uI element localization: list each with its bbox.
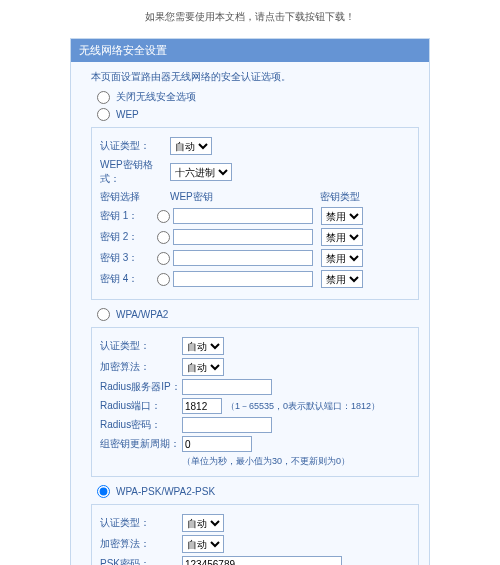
wep-key3-label: 密钥 3： bbox=[100, 251, 155, 265]
wep-key3-input[interactable] bbox=[173, 250, 313, 266]
wep-key1-input[interactable] bbox=[173, 208, 313, 224]
wireless-security-panel: 无线网络安全设置 本页面设置路由器无线网络的安全认证选项。 关闭无线安全选项 W… bbox=[70, 38, 430, 565]
psk-pw-label: PSK密码： bbox=[100, 557, 182, 565]
wep-col-select: 密钥选择 bbox=[100, 190, 170, 204]
wep-auth-select[interactable]: 自动 bbox=[170, 137, 212, 155]
wpa-auth-select[interactable]: 自动 bbox=[182, 337, 224, 355]
wep-key3-radio[interactable] bbox=[157, 252, 170, 265]
wpa-enc-select[interactable]: 自动 bbox=[182, 358, 224, 376]
radio-wep-label: WEP bbox=[116, 109, 139, 120]
wep-format-select[interactable]: 十六进制 bbox=[170, 163, 232, 181]
wep-auth-label: 认证类型： bbox=[100, 139, 170, 153]
wep-key4-label: 密钥 4： bbox=[100, 272, 155, 286]
wep-format-label: WEP密钥格式： bbox=[100, 158, 170, 186]
wep-key4-radio[interactable] bbox=[157, 273, 170, 286]
wpa-renew-hint: （单位为秒，最小值为30，不更新则为0） bbox=[182, 455, 410, 468]
wep-key4-type[interactable]: 禁用 bbox=[321, 270, 363, 288]
wep-key4-input[interactable] bbox=[173, 271, 313, 287]
download-note: 如果您需要使用本文档，请点击下载按钮下载！ bbox=[0, 0, 500, 38]
wep-key1-type[interactable]: 禁用 bbox=[321, 207, 363, 225]
wpa-section: 认证类型： 自动 加密算法： 自动 Radius服务器IP： Radius端口：… bbox=[91, 327, 419, 477]
radio-wep[interactable] bbox=[97, 108, 110, 121]
radio-close-security[interactable] bbox=[97, 91, 110, 104]
wep-key1-label: 密钥 1： bbox=[100, 209, 155, 223]
radius-pw-label: Radius密码： bbox=[100, 418, 182, 432]
radio-wpa-label: WPA/WPA2 bbox=[116, 309, 168, 320]
panel-title: 无线网络安全设置 bbox=[71, 39, 429, 62]
psk-auth-label: 认证类型： bbox=[100, 516, 182, 530]
psk-enc-label: 加密算法： bbox=[100, 537, 182, 551]
radio-wpa-psk[interactable] bbox=[97, 485, 110, 498]
psk-auth-select[interactable]: 自动 bbox=[182, 514, 224, 532]
wep-key3-type[interactable]: 禁用 bbox=[321, 249, 363, 267]
wep-section: 认证类型： 自动 WEP密钥格式： 十六进制 密钥选择 WEP密钥 密钥类型 密… bbox=[91, 127, 419, 300]
wpa-auth-label: 认证类型： bbox=[100, 339, 182, 353]
wep-key2-label: 密钥 2： bbox=[100, 230, 155, 244]
wep-key1-radio[interactable] bbox=[157, 210, 170, 223]
radius-port-input[interactable] bbox=[182, 398, 222, 414]
radio-close-label: 关闭无线安全选项 bbox=[116, 90, 196, 104]
intro-text: 本页面设置路由器无线网络的安全认证选项。 bbox=[91, 70, 419, 84]
wep-key2-radio[interactable] bbox=[157, 231, 170, 244]
wep-col-password: WEP密钥 bbox=[170, 190, 320, 204]
psk-pw-input[interactable] bbox=[182, 556, 342, 565]
wep-key2-type[interactable]: 禁用 bbox=[321, 228, 363, 246]
wpa-renew-label: 组密钥更新周期： bbox=[100, 437, 182, 451]
radius-ip-label: Radius服务器IP： bbox=[100, 380, 182, 394]
wep-col-type: 密钥类型 bbox=[320, 190, 380, 204]
radius-ip-input[interactable] bbox=[182, 379, 272, 395]
radius-port-hint: （1－65535，0表示默认端口：1812） bbox=[226, 400, 380, 413]
radius-port-label: Radius端口： bbox=[100, 399, 182, 413]
radio-wpa[interactable] bbox=[97, 308, 110, 321]
wep-key2-input[interactable] bbox=[173, 229, 313, 245]
wpa-renew-input[interactable] bbox=[182, 436, 252, 452]
radio-wpa-psk-label: WPA-PSK/WPA2-PSK bbox=[116, 486, 215, 497]
psk-section: 认证类型： 自动 加密算法： 自动 PSK密码： （64个十六进制字符或8-63… bbox=[91, 504, 419, 565]
panel-body: 本页面设置路由器无线网络的安全认证选项。 关闭无线安全选项 WEP 认证类型： … bbox=[71, 62, 429, 565]
radius-pw-input[interactable] bbox=[182, 417, 272, 433]
psk-enc-select[interactable]: 自动 bbox=[182, 535, 224, 553]
wpa-enc-label: 加密算法： bbox=[100, 360, 182, 374]
